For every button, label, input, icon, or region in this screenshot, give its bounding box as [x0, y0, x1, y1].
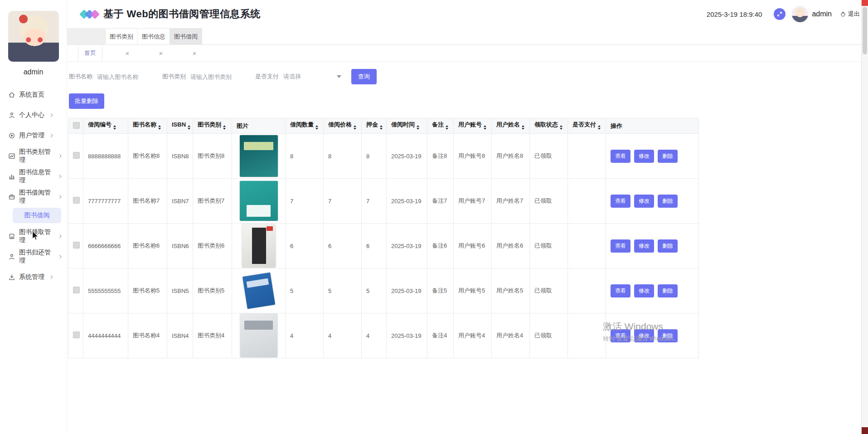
row-checkbox[interactable] [73, 242, 80, 249]
logout-button[interactable]: 退出 [840, 10, 860, 18]
search-button[interactable]: 查询 [351, 69, 377, 84]
scrollbar-up-arrow[interactable] [862, 0, 868, 6]
tab-3[interactable]: 图书借阅 [170, 28, 202, 44]
header-avatar[interactable] [792, 6, 808, 22]
column-label: 用户姓名 [496, 121, 520, 128]
cell-user-name: 用户姓名4 [492, 313, 530, 358]
main-area: 基于 Web的图书借阅管理信息系统 2025-3-19 18:9:40 admi… [67, 0, 868, 434]
book-name-label: 图书名称 [69, 73, 92, 81]
column-header-6[interactable]: 借阅数量 [286, 118, 324, 134]
edit-button[interactable]: 修改 [634, 195, 654, 208]
sort-icon[interactable] [354, 124, 356, 131]
sort-icon[interactable] [446, 124, 448, 131]
column-header-8[interactable]: 押金 [362, 118, 387, 134]
scrollbar-thumb[interactable] [863, 7, 867, 54]
home-tag[interactable]: 首页 [78, 45, 102, 61]
row-checkbox[interactable] [73, 332, 80, 338]
row-checkbox[interactable] [73, 152, 80, 159]
power-icon [840, 11, 846, 17]
column-header-2[interactable]: 图书名称 [128, 118, 167, 134]
sort-icon[interactable] [223, 124, 226, 131]
column-header-11[interactable]: 用户账号 [454, 118, 492, 134]
cell-book-name: 图书名称6 [128, 224, 167, 268]
view-button[interactable]: 查看 [611, 239, 630, 253]
cell-category: 图书类别8 [193, 134, 232, 179]
cell-price: 4 [324, 313, 362, 358]
chevron-right-icon [58, 194, 63, 200]
scrollbar-down-arrow[interactable] [862, 427, 868, 434]
close-icon[interactable]: × [188, 45, 201, 61]
sidebar-item-5[interactable]: 图书信息管理 [0, 166, 67, 186]
sidebar-item-6[interactable]: 图书借阅管理 [0, 186, 67, 207]
column-label: 借阅数量 [290, 121, 314, 128]
view-button[interactable]: 查看 [611, 284, 630, 297]
book-name-input[interactable] [97, 73, 156, 80]
sort-icon[interactable] [380, 124, 383, 131]
edit-button[interactable]: 修改 [634, 150, 654, 163]
cell-account: 用户账号4 [454, 313, 492, 358]
column-header-12[interactable]: 用户姓名 [492, 118, 530, 134]
delete-button[interactable]: 删除 [658, 150, 678, 163]
sidebar-item-3[interactable]: 用户管理 [0, 125, 67, 146]
sort-icon[interactable] [113, 124, 116, 131]
cell-deposit: 7 [362, 179, 387, 224]
delete-button[interactable]: 删除 [658, 195, 678, 208]
close-icon[interactable]: × [154, 45, 168, 61]
view-button[interactable]: 查看 [611, 195, 630, 208]
view-button[interactable]: 查看 [611, 329, 630, 342]
batch-delete-button[interactable]: 批量删除 [69, 93, 104, 109]
select-all-checkbox[interactable] [73, 122, 80, 129]
sort-icon[interactable] [522, 124, 524, 131]
vertical-scrollbar[interactable] [861, 0, 868, 434]
column-header-15[interactable]: 操作 [606, 118, 699, 134]
sort-icon[interactable] [315, 124, 318, 131]
column-header-7[interactable]: 借阅价格 [324, 118, 362, 134]
tab-1[interactable]: 图书类别 [105, 28, 138, 44]
sidebar-item-1[interactable]: 系统首页 [0, 84, 67, 105]
sidebar-menu: 系统首页个人中心用户管理图书类别管理图书信息管理图书借阅管理图书借阅图书领取管理… [0, 84, 67, 287]
close-icon[interactable]: × [121, 45, 134, 61]
column-header-4[interactable]: 图书类别 [193, 118, 232, 134]
row-checkbox[interactable] [73, 197, 80, 204]
pay-status-select[interactable]: 请选择 [283, 73, 341, 81]
column-header-3[interactable]: ISBN [167, 118, 193, 134]
sort-icon[interactable] [158, 124, 161, 131]
delete-button[interactable]: 删除 [658, 329, 678, 342]
book-icon [8, 193, 15, 200]
logout-label: 退出 [848, 10, 860, 18]
sort-icon[interactable] [560, 124, 563, 131]
view-button[interactable]: 查看 [611, 150, 630, 163]
sidebar-subitem-book-borrow[interactable]: 图书借阅 [13, 208, 61, 223]
delete-button[interactable]: 删除 [658, 284, 678, 297]
column-header-10[interactable]: 备注 [427, 118, 454, 134]
edit-button[interactable]: 修改 [634, 284, 654, 297]
edit-button[interactable]: 修改 [634, 329, 654, 342]
sort-icon[interactable] [188, 124, 190, 131]
book-cover-image [240, 181, 278, 221]
sort-icon[interactable] [417, 124, 419, 131]
tab-2[interactable]: 图书信息 [137, 28, 170, 44]
delete-button[interactable]: 删除 [658, 239, 678, 253]
column-header-1[interactable]: 借阅编号 [83, 118, 128, 134]
column-header-5[interactable]: 图片 [232, 118, 286, 134]
sidebar-item-2[interactable]: 个人中心 [0, 105, 67, 125]
sort-icon[interactable] [598, 124, 601, 131]
fullscreen-button[interactable] [774, 8, 786, 20]
row-checkbox[interactable] [73, 287, 80, 293]
book-category-input[interactable] [190, 73, 249, 80]
sidebar-item-label: 图书领取管理 [19, 228, 53, 244]
sidebar-item-7[interactable]: 图书领取管理 [0, 226, 67, 246]
table-row: 8888888888图书名称8ISBN8图书类别88882025-03-19备注… [68, 134, 699, 179]
sidebar-item-8[interactable]: 图书归还管理 [0, 246, 67, 267]
sidebar-item-4[interactable]: 图书类别管理 [0, 146, 67, 166]
target-icon [8, 132, 15, 139]
column-label: 是否支付 [572, 121, 596, 128]
column-header-13[interactable]: 领取状态 [530, 118, 568, 134]
column-header-9[interactable]: 借阅时间 [387, 118, 427, 134]
sidebar-item-9[interactable]: 系统管理 [0, 267, 67, 287]
download-icon [8, 273, 15, 281]
cell-isbn: ISBN7 [167, 179, 193, 224]
column-header-14[interactable]: 是否支付 [568, 118, 606, 134]
sort-icon[interactable] [484, 124, 486, 131]
edit-button[interactable]: 修改 [634, 239, 654, 253]
